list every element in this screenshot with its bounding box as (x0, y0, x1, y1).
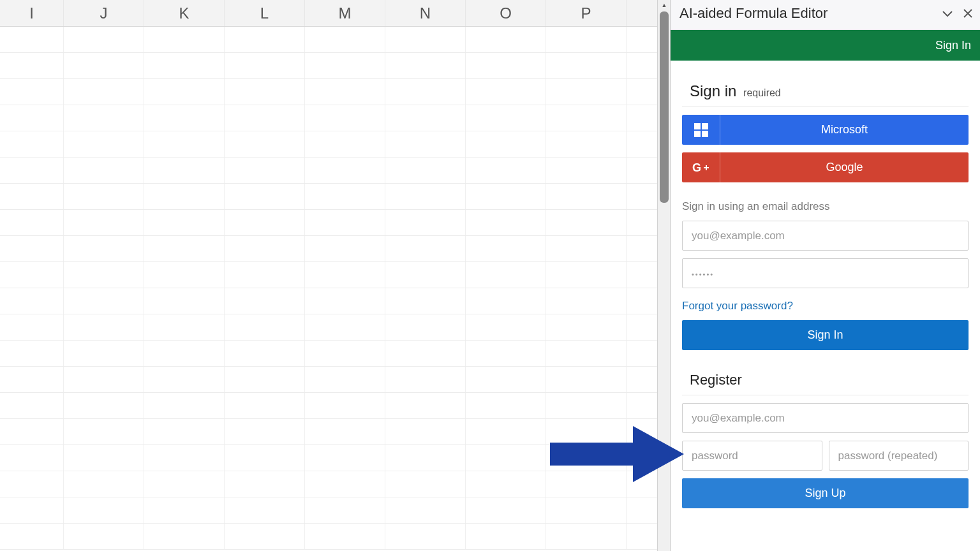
grid-cell[interactable] (144, 105, 225, 131)
grid-cell[interactable] (385, 288, 466, 314)
grid-cell[interactable] (64, 79, 144, 105)
grid-cell[interactable] (305, 314, 385, 340)
grid-cell[interactable] (144, 314, 225, 340)
grid-cell[interactable] (225, 367, 305, 392)
grid-cell[interactable] (466, 288, 546, 314)
grid-cell[interactable] (466, 419, 546, 444)
grid-cell[interactable] (305, 471, 385, 497)
grid-cell[interactable] (144, 131, 225, 157)
grid-cell[interactable] (466, 471, 546, 497)
grid-cell[interactable] (546, 314, 627, 340)
tab-signin[interactable]: Sign In (935, 39, 971, 52)
grid-cell[interactable] (0, 184, 64, 209)
grid-cell[interactable] (225, 262, 305, 288)
grid-cell[interactable] (466, 497, 546, 523)
grid-cell[interactable] (305, 158, 385, 183)
grid-cell[interactable] (64, 27, 144, 52)
signin-email-input[interactable] (682, 221, 969, 251)
grid-cell[interactable] (466, 210, 546, 235)
grid-cell[interactable] (305, 105, 385, 131)
column-header[interactable]: N (385, 0, 466, 26)
grid-cell[interactable] (385, 341, 466, 366)
grid-cell[interactable] (64, 184, 144, 209)
grid-cell[interactable] (144, 262, 225, 288)
grid-cell[interactable] (546, 497, 627, 523)
grid-cell[interactable] (0, 341, 64, 366)
grid-cell[interactable] (385, 419, 466, 444)
column-header[interactable]: M (305, 0, 385, 26)
grid-cell[interactable] (225, 158, 305, 183)
grid-cell[interactable] (466, 445, 546, 471)
grid-cell[interactable] (0, 497, 64, 523)
grid-cell[interactable] (64, 288, 144, 314)
grid-cell[interactable] (546, 53, 627, 78)
signin-submit-button[interactable]: Sign In (682, 320, 969, 350)
grid-cell[interactable] (385, 131, 466, 157)
grid-cell[interactable] (64, 419, 144, 444)
grid-cell[interactable] (305, 524, 385, 549)
grid-cell[interactable] (385, 471, 466, 497)
grid-cell[interactable] (546, 524, 627, 549)
grid-cell[interactable] (64, 367, 144, 392)
grid-cell[interactable] (0, 158, 64, 183)
grid-cell[interactable] (144, 367, 225, 392)
grid-cell[interactable] (64, 341, 144, 366)
grid-cell[interactable] (64, 131, 144, 157)
grid-cell[interactable] (225, 131, 305, 157)
grid-cell[interactable] (144, 288, 225, 314)
column-header[interactable]: I (0, 0, 64, 26)
grid-cell[interactable] (305, 53, 385, 78)
grid-cell[interactable] (546, 158, 627, 183)
grid-cell[interactable] (305, 79, 385, 105)
grid-cell[interactable] (385, 236, 466, 261)
grid-cell[interactable] (64, 210, 144, 235)
grid-cell[interactable] (305, 184, 385, 209)
forgot-password-link[interactable]: Forgot your password? (682, 300, 793, 312)
grid-cell[interactable] (0, 79, 64, 105)
grid-cell[interactable] (144, 210, 225, 235)
grid-cell[interactable] (466, 314, 546, 340)
grid-cell[interactable] (0, 236, 64, 261)
grid-cell[interactable] (144, 184, 225, 209)
grid-cell[interactable] (144, 79, 225, 105)
grid-cell[interactable] (305, 210, 385, 235)
grid-cell[interactable] (385, 524, 466, 549)
grid-cell[interactable] (64, 262, 144, 288)
grid-cell[interactable] (546, 27, 627, 52)
grid-cell[interactable] (466, 79, 546, 105)
grid-cell[interactable] (225, 27, 305, 52)
grid-cell[interactable] (0, 367, 64, 392)
grid-cell[interactable] (0, 210, 64, 235)
grid-cell[interactable] (64, 314, 144, 340)
grid-cell[interactable] (0, 131, 64, 157)
grid-cell[interactable] (305, 497, 385, 523)
grid-cell[interactable] (546, 367, 627, 392)
grid-cell[interactable] (466, 393, 546, 418)
grid-cell[interactable] (385, 262, 466, 288)
grid-cell[interactable] (64, 53, 144, 78)
grid-cell[interactable] (225, 393, 305, 418)
column-header[interactable]: P (546, 0, 627, 26)
grid-cell[interactable] (144, 393, 225, 418)
grid-cell[interactable] (546, 105, 627, 131)
grid-cell[interactable] (305, 288, 385, 314)
grid-cell[interactable] (0, 262, 64, 288)
grid-cell[interactable] (0, 314, 64, 340)
grid-cell[interactable] (144, 27, 225, 52)
grid-cell[interactable] (546, 419, 627, 444)
grid-cell[interactable] (546, 393, 627, 418)
grid-cell[interactable] (144, 341, 225, 366)
grid-cell[interactable] (546, 184, 627, 209)
grid-cell[interactable] (64, 236, 144, 261)
grid-cell[interactable] (466, 105, 546, 131)
grid-cell[interactable] (0, 27, 64, 52)
grid-cell[interactable] (466, 184, 546, 209)
grid-cell[interactable] (0, 393, 64, 418)
grid-cell[interactable] (225, 210, 305, 235)
register-email-input[interactable] (682, 403, 969, 433)
collapse-icon[interactable] (942, 10, 953, 17)
grid-cell[interactable] (385, 53, 466, 78)
grid-cell[interactable] (0, 471, 64, 497)
grid-cell[interactable] (144, 445, 225, 471)
grid-cell[interactable] (546, 262, 627, 288)
